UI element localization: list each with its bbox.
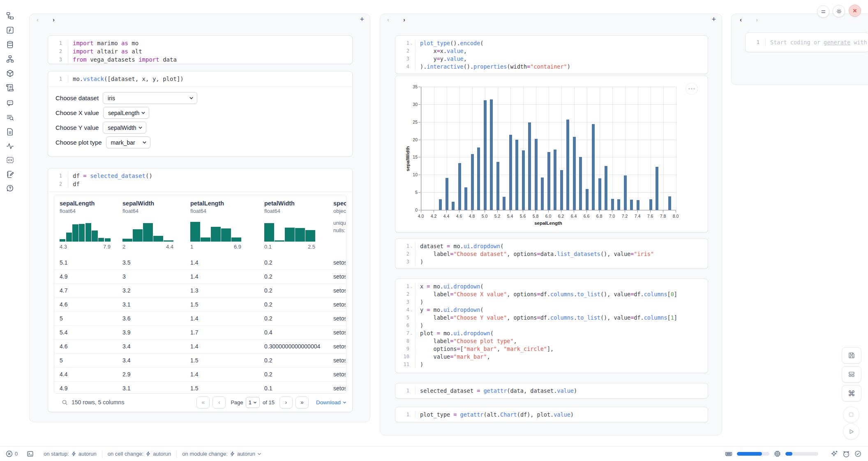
first-page-button[interactable]: «	[196, 396, 210, 408]
chart-bar[interactable]	[503, 197, 506, 210]
stop-button[interactable]	[843, 406, 859, 423]
plot-type-select[interactable]: mark_bar	[106, 136, 150, 148]
chart-bar[interactable]	[637, 200, 639, 210]
history-back-icon[interactable]: ‹	[740, 16, 742, 23]
table-row[interactable]: 53.41.50.2setos	[54, 354, 346, 368]
run-button[interactable]	[843, 423, 859, 440]
add-cell-button[interactable]: +	[360, 16, 364, 23]
chart-bar[interactable]	[509, 135, 512, 210]
code-snippet-icon[interactable]	[5, 155, 15, 165]
dataset-select[interactable]: iris	[103, 92, 197, 104]
notebook-edit-icon[interactable]	[5, 169, 15, 179]
chart-bar[interactable]	[471, 154, 474, 210]
table-row[interactable]: 53.61.40.2setos	[54, 312, 346, 326]
file-tree-icon[interactable]	[5, 11, 15, 21]
download-button[interactable]: Download	[316, 399, 346, 406]
activity-icon[interactable]	[5, 141, 15, 151]
chart-bar[interactable]	[541, 177, 544, 210]
chart-bar[interactable]	[490, 99, 493, 210]
database-icon[interactable]	[5, 39, 15, 49]
x-select[interactable]: sepalLength	[103, 107, 149, 119]
chart-bar[interactable]	[573, 137, 576, 210]
save-button[interactable]	[842, 347, 861, 364]
chart-bar[interactable]	[592, 124, 595, 210]
shortcuts-button[interactable]: ⌘	[842, 385, 861, 401]
history-forward-icon[interactable]: ›	[403, 16, 405, 23]
chart-bar[interactable]	[484, 100, 487, 210]
document-icon[interactable]	[5, 127, 15, 136]
chart-bar[interactable]	[656, 167, 658, 210]
on-startup-chip[interactable]: on startup: autorun	[44, 451, 97, 457]
cell-plot-type[interactable]: 1plot_type = getattr(alt.Chart(df), plot…	[395, 407, 708, 422]
cell-imports[interactable]: 1import marimo as mo2import altair as al…	[48, 35, 353, 64]
help-icon[interactable]	[5, 183, 15, 193]
history-forward-icon[interactable]: ›	[756, 16, 758, 23]
table-column-header[interactable]: petalLengthfloat6416.9	[190, 200, 241, 250]
chart-bar[interactable]	[547, 152, 550, 210]
add-cell-button[interactable]: +	[711, 16, 716, 23]
check-circle-icon[interactable]	[854, 450, 861, 457]
chart-bar[interactable]	[439, 199, 442, 210]
chart-bar[interactable]	[598, 178, 601, 210]
table-row[interactable]: 4.42.91.40.2setos	[54, 368, 346, 382]
table-row[interactable]: 4.93.11.50.1setos	[54, 382, 346, 394]
chart-bar[interactable]	[630, 200, 633, 210]
chart-bar[interactable]	[446, 178, 448, 210]
chart-bar[interactable]	[496, 162, 499, 210]
shutdown-button[interactable]	[849, 5, 861, 17]
menu-button[interactable]	[817, 5, 829, 18]
table-row[interactable]: 4.73.21.30.2setos	[54, 284, 346, 298]
scratchpad-editor[interactable]: 1Start coding or generate with	[745, 32, 868, 52]
cell-selected-dataset[interactable]: 1selected_dataset = getattr(data, datase…	[395, 383, 708, 399]
table-row[interactable]: 5.43.91.70.4setos	[54, 326, 346, 340]
errors-badge[interactable]: 0	[6, 450, 18, 457]
table-row[interactable]: 4.931.40.2setos	[54, 270, 346, 284]
chart-bar[interactable]	[605, 166, 607, 210]
table-column-header[interactable]: sepalLengthfloat644.37.9	[60, 200, 111, 250]
cell-dataframe[interactable]: 1df = selected_dataset()2df sepalLengthf…	[48, 168, 353, 412]
table-row[interactable]: 4.63.41.40.3000000000000004setos	[54, 340, 346, 354]
fold-icon[interactable]: ⌄	[409, 244, 413, 248]
y-select[interactable]: sepalWidth	[103, 122, 146, 134]
fold-icon[interactable]: ⌄	[409, 331, 413, 335]
prev-page-button[interactable]: ‹	[212, 396, 226, 408]
page-select[interactable]: 1	[246, 397, 260, 408]
search-list-icon[interactable]	[5, 112, 15, 122]
fold-icon[interactable]: ⌄	[409, 308, 413, 312]
history-forward-icon[interactable]: ›	[53, 16, 55, 23]
chart-bar[interactable]	[477, 148, 480, 210]
chart-bar[interactable]	[617, 199, 620, 210]
table-column-header[interactable]: petalWidthfloat640.12.5	[264, 200, 315, 250]
function-square-icon[interactable]	[5, 25, 15, 35]
chat-bot-icon[interactable]	[5, 97, 15, 107]
ai-sparkle-icon[interactable]	[831, 450, 838, 458]
chart-bar[interactable]	[528, 122, 531, 210]
cell-plot-expression[interactable]: 1⌄plot_type().encode(2 x=x.value,3 y=y.v…	[395, 35, 708, 74]
chart-bar[interactable]	[566, 120, 569, 210]
table-column-header[interactable]: sepalWidthfloat6424.4	[122, 200, 173, 250]
cell-vstack[interactable]: 1mo.vstack([dataset, x, y, plot]) Choose…	[48, 71, 353, 157]
chart-bar[interactable]	[624, 175, 627, 210]
cell-xy-plot-dropdowns[interactable]: 1⌄x = mo.ui.dropdown(2 label="Choose X v…	[395, 279, 708, 373]
next-page-button[interactable]: ›	[279, 396, 293, 408]
chart-bar[interactable]	[522, 150, 525, 210]
layout-button[interactable]	[842, 366, 861, 383]
bar-chart-plot[interactable]	[421, 87, 676, 210]
last-page-button[interactable]: »	[295, 396, 309, 408]
chart-bar[interactable]	[586, 189, 589, 210]
chart-bar[interactable]	[579, 157, 582, 210]
org-chart-icon[interactable]	[5, 54, 15, 64]
chart-bar[interactable]	[611, 199, 614, 210]
chart-bar[interactable]	[535, 139, 538, 210]
table-column-header[interactable]: speciobjecuniqunulls:	[333, 200, 346, 234]
chart-bar[interactable]	[515, 140, 518, 210]
table-row[interactable]: 5.13.51.40.2setos	[54, 256, 346, 270]
package-icon[interactable]	[5, 68, 15, 78]
chart-bar[interactable]	[458, 163, 461, 210]
chart-bar[interactable]	[560, 170, 563, 210]
chart-menu-button[interactable]	[686, 83, 698, 95]
copilot-icon[interactable]	[843, 450, 850, 458]
on-cell-change-chip[interactable]: on cell change: autorun	[108, 451, 171, 457]
chart-bar[interactable]	[554, 150, 556, 210]
chart-bar[interactable]	[452, 202, 455, 210]
